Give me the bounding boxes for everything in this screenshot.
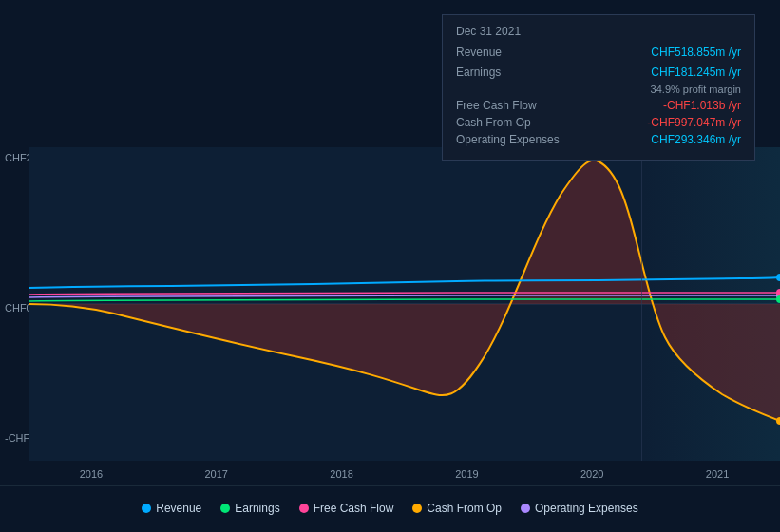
tooltip-cfo-row: Cash From Op -CHF997.047m /yr bbox=[456, 116, 741, 129]
cfo-dot bbox=[412, 504, 422, 513]
legend-divider bbox=[0, 485, 780, 486]
x-label-2016: 2016 bbox=[80, 468, 103, 480]
revenue-dot bbox=[142, 504, 151, 513]
tooltip-cfo-value: -CHF997.047m /yr bbox=[647, 116, 741, 129]
opex-dot bbox=[521, 504, 530, 513]
x-label-2019: 2019 bbox=[455, 468, 478, 480]
tooltip-opex-label: Operating Expenses bbox=[456, 133, 561, 146]
tooltip-opex-row: Operating Expenses CHF293.346m /yr bbox=[456, 133, 741, 146]
fcf-dot bbox=[299, 504, 309, 513]
tooltip-date: Dec 31 2021 bbox=[456, 25, 741, 38]
legend-revenue-label: Revenue bbox=[156, 502, 201, 515]
legend-fcf: Free Cash Flow bbox=[299, 502, 394, 515]
tooltip-revenue-row: Revenue CHF518.855m /yr bbox=[456, 46, 741, 59]
legend-revenue: Revenue bbox=[142, 502, 201, 515]
chart-svg bbox=[29, 147, 780, 461]
tooltip-fcf-value: -CHF1.013b /yr bbox=[663, 99, 741, 112]
tooltip-earnings-group: CHF181.245m /yr bbox=[651, 63, 741, 80]
tooltip-cfo-label: Cash From Op bbox=[456, 116, 561, 129]
tooltip-profit-margin: 34.9% profit margin bbox=[651, 84, 741, 95]
legend-opex: Operating Expenses bbox=[521, 502, 638, 515]
x-label-2020: 2020 bbox=[580, 468, 603, 480]
tooltip-revenue-label: Revenue bbox=[456, 46, 561, 59]
x-label-2021: 2021 bbox=[706, 468, 729, 480]
tooltip-revenue-value: CHF518.855m /yr bbox=[651, 46, 741, 59]
tooltip-fcf-row: Free Cash Flow -CHF1.013b /yr bbox=[456, 99, 741, 112]
x-label-2018: 2018 bbox=[330, 468, 352, 480]
tooltip-earnings-row: Earnings CHF181.245m /yr bbox=[456, 63, 741, 80]
year-divider bbox=[641, 147, 642, 461]
earnings-dot bbox=[220, 504, 230, 513]
x-label-2017: 2017 bbox=[205, 468, 228, 480]
tooltip-earnings-label: Earnings bbox=[456, 66, 561, 79]
legend-earnings: Earnings bbox=[220, 502, 279, 515]
chart-legend: Revenue Earnings Free Cash Flow Cash Fro… bbox=[0, 502, 780, 515]
tooltip-profit-margin-row: 34.9% profit margin bbox=[456, 84, 741, 95]
legend-fcf-label: Free Cash Flow bbox=[314, 502, 394, 515]
legend-opex-label: Operating Expenses bbox=[535, 502, 638, 515]
tooltip-earnings-value: CHF181.245m /yr bbox=[651, 66, 741, 79]
legend-earnings-label: Earnings bbox=[235, 502, 279, 515]
x-axis-labels: 2016 2017 2018 2019 2020 2021 bbox=[0, 468, 780, 480]
tooltip-fcf-label: Free Cash Flow bbox=[456, 99, 561, 112]
chart-container: Dec 31 2021 Revenue CHF518.855m /yr Earn… bbox=[0, 0, 780, 532]
legend-cfo-label: Cash From Op bbox=[427, 502, 502, 515]
legend-cfo: Cash From Op bbox=[412, 502, 502, 515]
tooltip-box: Dec 31 2021 Revenue CHF518.855m /yr Earn… bbox=[442, 14, 755, 161]
tooltip-opex-value: CHF293.346m /yr bbox=[651, 133, 741, 146]
